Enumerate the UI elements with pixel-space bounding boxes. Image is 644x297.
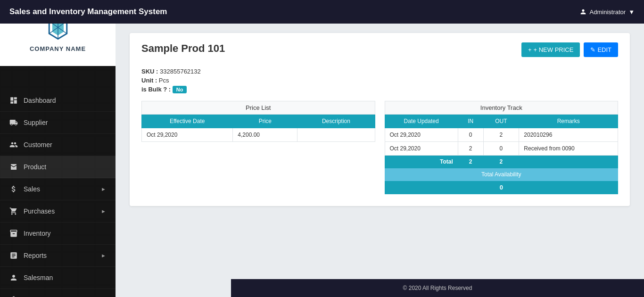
sidebar-item-dashboard[interactable]: Dashboard [0, 90, 116, 112]
inventory-header-row: Date Updated IN OUT Remarks [385, 115, 618, 128]
app-title: Sales and Inventory Management System [9, 7, 167, 16]
price-col-price: Price [233, 115, 297, 128]
inv-col-date: Date Updated [385, 115, 458, 128]
reports-icon [9, 251, 18, 260]
product-icon [9, 163, 18, 171]
edit-button[interactable]: ✎ EDIT [584, 42, 618, 57]
sales-arrow-icon: ► [101, 186, 106, 192]
user-icon [579, 8, 587, 16]
unit-label: Unit : [141, 77, 157, 84]
sidebar-label-reports: Reports [24, 252, 47, 259]
company-name: COMPANY NAME [30, 45, 86, 52]
bulk-label: is Bulk ? : [141, 86, 171, 93]
inv-col-remarks: Remarks [519, 115, 618, 128]
product-unit-row: Unit : Pcs [141, 77, 618, 84]
plus-icon: + [528, 46, 532, 53]
sidebar-item-reports[interactable]: Reports ► [0, 245, 116, 267]
price-list-table: Price List Effective Date Price Descript… [141, 101, 375, 142]
product-title: Sample Prod 101 [141, 42, 225, 55]
sidebar-label-sales: Sales [24, 185, 40, 193]
inv-col-in: IN [458, 115, 483, 128]
product-bulk-row: is Bulk ? : No [141, 86, 618, 93]
inv-in-1: 0 [458, 128, 483, 142]
price-effective-date-cell: Oct 29,2020 [142, 128, 233, 142]
sidebar-item-sales[interactable]: Sales ► [0, 178, 116, 200]
inventory-track-table: Inventory Track Date Updated IN OUT Rema… [385, 101, 619, 194]
product-sku-row: SKU : 332855762132 [141, 68, 618, 75]
inventory-title-row: Inventory Track [385, 101, 618, 115]
sidebar-item-salesman[interactable]: Salesman [0, 267, 116, 289]
price-col-effective-date: Effective Date [142, 115, 233, 128]
main-wrapper: Sample Prod 101 + + NEW PRICE ✎ EDIT SKU… [116, 24, 644, 297]
product-card: Sample Prod 101 + + NEW PRICE ✎ EDIT SKU… [130, 33, 630, 206]
product-meta: SKU : 332855762132 Unit : Pcs is Bulk ? … [141, 68, 618, 93]
admin-dropdown-icon: ▼ [628, 8, 635, 16]
sales-icon [9, 185, 18, 193]
inventory-row-2: Oct 29,2020 2 0 Received from 0090 [385, 142, 618, 156]
price-list-row: Oct 29,2020 4,200.00 [142, 128, 375, 142]
price-list-section: Price List Effective Date Price Descript… [141, 101, 375, 194]
sidebar-label-inventory: Inventory [24, 230, 51, 237]
supplier-icon [9, 118, 18, 127]
sidebar-item-customer[interactable]: Customer [0, 134, 116, 156]
inventory-icon [9, 229, 18, 238]
price-list-header-row: Effective Date Price Description [142, 115, 375, 128]
price-col-description: Description [297, 115, 375, 128]
salesman-icon [9, 273, 18, 282]
inventory-total-row: Total 2 2 [385, 156, 618, 168]
sidebar-item-supplier[interactable]: Supplier [0, 112, 116, 134]
inventory-track-section: Inventory Track Date Updated IN OUT Rema… [385, 101, 619, 194]
customer-icon [9, 140, 18, 149]
main-content: Sample Prod 101 + + NEW PRICE ✎ EDIT SKU… [116, 24, 644, 279]
sidebar-label-supplier: Supplier [24, 119, 48, 126]
bulk-badge: No [173, 86, 187, 93]
total-in: 2 [458, 156, 483, 168]
inv-in-2: 2 [458, 142, 483, 156]
inv-remarks-1: 202010296 [519, 128, 618, 142]
availability-value: 0 [385, 181, 618, 194]
admin-menu[interactable]: Administrator ▼ [579, 8, 635, 16]
footer: © 2020 All Rights Reserved [231, 279, 644, 297]
sidebar-label-salesman: Salesman [24, 274, 53, 281]
total-out: 2 [483, 156, 519, 168]
unit-value: Pcs [159, 77, 169, 84]
inv-remarks-2: Received from 0090 [519, 142, 618, 156]
total-empty [519, 156, 618, 168]
tables-row: Price List Effective Date Price Descript… [141, 101, 618, 194]
price-list-title-row: Price List [142, 101, 375, 115]
inventory-title: Inventory Track [385, 101, 618, 115]
product-header-row: Sample Prod 101 + + NEW PRICE ✎ EDIT [141, 42, 618, 62]
price-price-cell: 4,200.00 [233, 128, 297, 142]
inv-out-2: 0 [483, 142, 519, 156]
price-list-title: Price List [142, 101, 375, 115]
inv-date-2: Oct 29,2020 [385, 142, 458, 156]
availability-label-row: Total Availability [385, 168, 618, 181]
sidebar-label-dashboard: Dashboard [24, 97, 56, 104]
sidebar: COMPANY NAME Dashboard Supplier Customer [0, 0, 116, 297]
reports-arrow-icon: ► [101, 253, 106, 258]
admin-label: Administrator [590, 8, 626, 16]
availability-value-row: 0 [385, 181, 618, 194]
availability-label: Total Availability [385, 168, 618, 181]
purchases-icon [9, 207, 18, 215]
sidebar-item-inventory[interactable]: Inventory [0, 223, 116, 245]
topbar: Sales and Inventory Management System Ad… [0, 0, 644, 24]
sidebar-nav: Dashboard Supplier Customer Product [0, 90, 116, 297]
inv-col-out: OUT [483, 115, 519, 128]
new-price-button[interactable]: + + NEW PRICE [521, 42, 580, 57]
sidebar-label-customer: Customer [24, 141, 52, 148]
sidebar-item-product[interactable]: Product [0, 156, 116, 178]
inv-date-1: Oct 29,2020 [385, 128, 458, 142]
sku-value: 332855762132 [160, 68, 201, 75]
footer-copyright: © 2020 All Rights Reserved [403, 285, 472, 291]
dashboard-icon [9, 96, 18, 105]
action-buttons: + + NEW PRICE ✎ EDIT [521, 42, 618, 57]
sidebar-label-purchases: Purchases [24, 207, 55, 215]
inv-out-1: 2 [483, 128, 519, 142]
price-description-cell [297, 128, 375, 142]
purchases-arrow-icon: ► [101, 208, 106, 214]
edit-icon: ✎ [590, 46, 595, 53]
inventory-row-1: Oct 29,2020 0 2 202010296 [385, 128, 618, 142]
sidebar-item-purchases[interactable]: Purchases ► [0, 200, 116, 223]
sidebar-item-system[interactable]: System ► [0, 289, 116, 297]
